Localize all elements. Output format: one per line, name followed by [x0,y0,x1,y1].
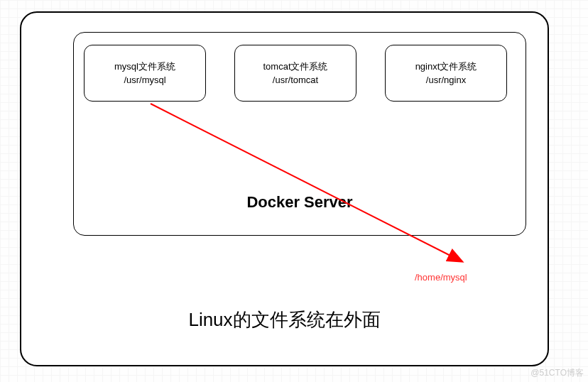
linux-filesystem-label: Linux的文件系统在外面 [20,307,549,332]
tomcat-filesystem-title: tomcat文件系统 [263,60,327,74]
watermark-text: @51CTO博客 [530,367,584,379]
mysql-filesystem-box: mysql文件系统 /usr/mysql [84,45,206,102]
mysql-filesystem-path: /usr/mysql [124,73,165,87]
docker-server-label: Docker Server [73,193,526,212]
tomcat-filesystem-box: tomcat文件系统 /usr/tomcat [234,45,356,102]
nginx-filesystem-path: /usr/nginx [426,73,466,87]
mysql-filesystem-title: mysql文件系统 [114,60,175,74]
mount-target-label: /home/mysql [415,272,467,283]
tomcat-filesystem-path: /usr/tomcat [273,73,318,87]
nginx-filesystem-box: nginxt文件系统 /usr/nginx [385,45,507,102]
filesystem-boxes-row: mysql文件系统 /usr/mysql tomcat文件系统 /usr/tom… [84,45,507,102]
nginx-filesystem-title: nginxt文件系统 [415,60,477,74]
